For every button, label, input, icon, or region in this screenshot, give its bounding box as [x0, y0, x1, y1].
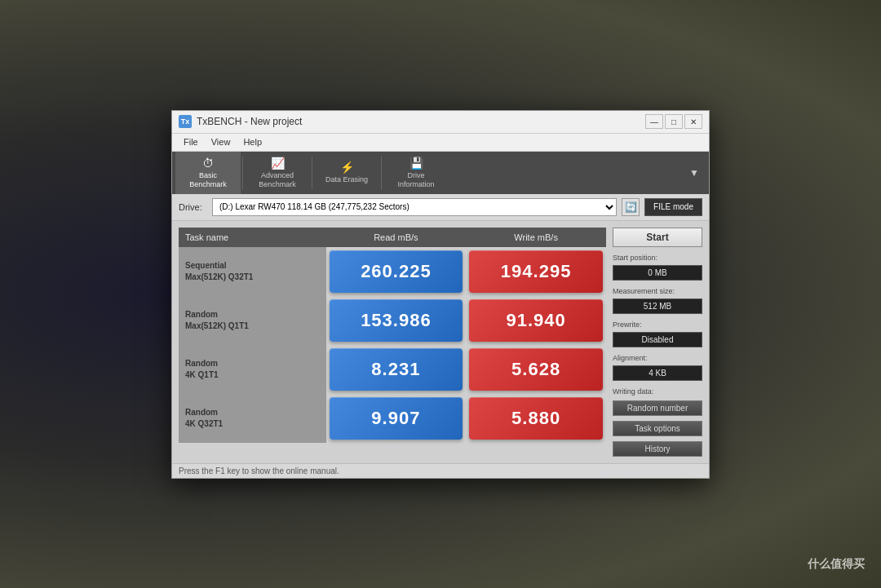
tab-drive-information[interactable]: 💾 DriveInformation	[383, 152, 449, 194]
start-position-label: Start position:	[613, 254, 702, 262]
read-value-cell: 9.907	[326, 394, 467, 443]
task-name-cell: RandomMax(512K) Q1T1	[179, 296, 326, 345]
data-erasing-icon: ⚡	[339, 161, 355, 174]
write-value: 194.295	[469, 250, 603, 293]
read-value: 9.907	[330, 397, 463, 440]
measurement-size-value: 512 MB	[613, 298, 702, 314]
task-options-button[interactable]: Task options	[613, 421, 702, 436]
read-value-cell: 8.231	[326, 345, 467, 394]
app-window: Tx TxBENCH - New project — □ ✕ File View…	[171, 110, 710, 479]
right-panel: Start Start position: 0 MB Measurement s…	[613, 228, 702, 457]
drive-refresh-button[interactable]: 🔄	[622, 198, 640, 216]
tab-basic-benchmark-label: BasicBenchmark	[189, 171, 227, 189]
task-name-cell: Random4K Q32T1	[179, 394, 326, 443]
drive-select[interactable]: (D:) Lexar RW470 118.14 GB (247,775,232 …	[212, 198, 617, 216]
status-text: Press the F1 key to show the online manu…	[179, 466, 339, 475]
tab-drive-information-label: DriveInformation	[397, 171, 434, 189]
title-bar-buttons: — □ ✕	[645, 114, 702, 129]
drive-label: Drive:	[179, 202, 207, 212]
table-row: Random4K Q1T18.2315.628	[179, 345, 606, 394]
task-name-cell: Random4K Q1T1	[179, 345, 326, 394]
col-header-task: Task name	[179, 228, 326, 247]
watermark: 什么值得买	[808, 557, 865, 572]
col-header-write: Write mB/s	[466, 228, 606, 247]
drive-row: Drive: (D:) Lexar RW470 118.14 GB (247,7…	[172, 194, 709, 221]
status-bar: Press the F1 key to show the online manu…	[172, 463, 709, 478]
alignment-value: 4 KB	[613, 365, 702, 381]
read-value: 153.986	[330, 299, 463, 342]
menu-bar: File View Help	[172, 134, 709, 152]
write-value-cell: 5.880	[466, 394, 606, 443]
window-title: TxBENCH - New project	[197, 116, 645, 127]
toolbar: ⏱ BasicBenchmark 📈 AdvancedBenchmark ⚡ D…	[172, 152, 709, 194]
write-value-cell: 5.628	[466, 345, 606, 394]
writing-data-button[interactable]: Random number	[613, 400, 702, 416]
basic-benchmark-icon: ⏱	[200, 157, 216, 170]
file-mode-button[interactable]: FILE mode	[644, 198, 702, 216]
menu-file[interactable]: File	[179, 135, 203, 148]
toolbar-divider-2	[312, 157, 312, 189]
app-icon: Tx	[179, 115, 192, 128]
table-row: RandomMax(512K) Q1T1153.98691.940	[179, 296, 606, 345]
close-button[interactable]: ✕	[684, 114, 702, 129]
toolbar-dropdown-arrow[interactable]: ▼	[683, 152, 706, 194]
advanced-benchmark-icon: 📈	[269, 157, 286, 170]
start-position-value: 0 MB	[613, 265, 702, 281]
read-value: 260.225	[330, 250, 463, 293]
read-value-cell: 153.986	[326, 296, 467, 345]
maximize-button[interactable]: □	[665, 114, 683, 129]
history-button[interactable]: History	[613, 441, 702, 457]
tab-data-erasing-label: Data Erasing	[325, 175, 368, 184]
write-value-cell: 194.295	[466, 247, 606, 296]
measurement-size-label: Measurement size:	[613, 287, 702, 295]
col-header-read: Read mB/s	[326, 228, 467, 247]
start-button[interactable]: Start	[613, 228, 702, 247]
write-value: 5.880	[469, 397, 603, 440]
menu-view[interactable]: View	[206, 135, 236, 148]
minimize-button[interactable]: —	[645, 114, 663, 129]
content-area: Task name Read mB/s Write mB/s Sequentia…	[172, 221, 709, 463]
menu-help[interactable]: Help	[238, 135, 267, 148]
toolbar-divider-1	[242, 157, 243, 189]
benchmark-table: Task name Read mB/s Write mB/s Sequentia…	[179, 228, 606, 443]
read-value: 8.231	[330, 348, 463, 391]
benchmark-table-area: Task name Read mB/s Write mB/s Sequentia…	[179, 228, 606, 457]
tab-advanced-benchmark[interactable]: 📈 AdvancedBenchmark	[245, 152, 310, 194]
write-value-cell: 91.940	[466, 296, 606, 345]
write-value: 91.940	[469, 299, 603, 342]
tab-data-erasing[interactable]: ⚡ Data Erasing	[314, 152, 379, 194]
task-name-cell: SequentialMax(512K) Q32T1	[179, 247, 326, 296]
tab-basic-benchmark[interactable]: ⏱ BasicBenchmark	[175, 152, 241, 194]
table-row: Random4K Q32T19.9075.880	[179, 394, 606, 443]
write-value: 5.628	[469, 348, 603, 391]
table-row: SequentialMax(512K) Q32T1260.225194.295	[179, 247, 606, 296]
title-bar: Tx TxBENCH - New project — □ ✕	[172, 111, 709, 134]
read-value-cell: 260.225	[326, 247, 467, 296]
drive-info-icon: 💾	[408, 157, 424, 170]
prewrite-value: Disabled	[613, 332, 702, 347]
tab-advanced-benchmark-label: AdvancedBenchmark	[259, 171, 296, 189]
alignment-label: Alignment:	[613, 354, 702, 362]
toolbar-divider-3	[381, 157, 382, 189]
writing-data-label: Writing data:	[613, 387, 702, 396]
prewrite-label: Prewrite:	[613, 321, 702, 329]
